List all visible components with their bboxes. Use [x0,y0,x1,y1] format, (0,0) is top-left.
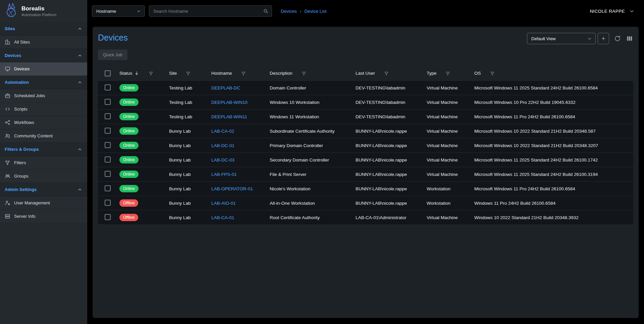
select-all-checkbox[interactable] [105,70,111,76]
add-view-button[interactable] [598,33,609,44]
type-cell: Virtual Machine [427,172,458,177]
status-badge: Online [119,171,139,178]
row-checkbox[interactable] [105,171,111,177]
sidebar-item-filters[interactable]: Filters [0,156,87,170]
quick-job-button[interactable]: Quick Job [98,50,127,60]
description-cell: Secondary Domain Controller [270,157,329,163]
site-cell: Bunny Lab [169,143,191,148]
column-header-last-user[interactable]: Last User [356,71,427,76]
filter-icon[interactable] [384,71,389,76]
sidebar-item-devices[interactable]: Devices [0,62,87,76]
hostname-link[interactable]: LAB-OPERATOR-01 [211,186,253,191]
sidebar-section-devices[interactable]: Devices [0,49,87,62]
row-menu-kebab-icon[interactable] [622,114,628,120]
row-checkbox[interactable] [105,200,111,206]
row-menu-kebab-icon[interactable] [622,186,628,192]
hostname-link[interactable]: LAB-AIO-01 [211,201,236,206]
sidebar: Borealis Automation Platform SitesAll Si… [0,0,87,324]
filter-icon[interactable] [186,71,191,76]
hostname-link[interactable]: LAB-CA-02 [211,129,234,134]
status-badge: Online [119,142,139,149]
column-header-description[interactable]: Description [270,71,356,76]
row-checkbox[interactable] [105,128,111,134]
user-name: NICOLE RAPPE [590,9,625,14]
hostname-filter-select[interactable]: Hostname [92,5,145,17]
filter-icon[interactable] [302,71,306,76]
sidebar-item-scheduled-jobs[interactable]: Scheduled Jobs [0,89,87,103]
column-header-type[interactable]: Type [427,71,474,76]
row-checkbox[interactable] [105,214,111,220]
lastuser-cell: BUNNY-LAB\nicole.rappe [356,129,407,134]
hostname-link[interactable]: DEEPLAB-WIN11 [211,114,247,119]
refresh-button[interactable] [614,35,621,42]
filter-icon[interactable] [241,71,246,76]
column-label: OS [474,71,481,76]
chevron-down-icon [629,8,635,14]
row-menu-kebab-icon[interactable] [622,99,628,105]
status-badge: Offline [119,199,138,207]
sidebar-item-label: Server Info [14,214,36,219]
row-checkbox[interactable] [105,142,111,148]
hostname-link[interactable]: LAB-CA-01 [211,215,234,220]
filter-icon[interactable] [490,71,495,76]
row-menu-kebab-icon[interactable] [622,142,628,148]
view-select[interactable]: Default View [527,33,596,44]
filter-icon[interactable] [149,71,153,76]
hostname-link[interactable]: LAB-DC-03 [211,157,234,163]
sidebar-item-scripts[interactable]: Scripts [0,103,87,116]
hostname-filter-value: Hostname [96,9,116,14]
hostname-link[interactable]: LAB-FPS-01 [211,172,237,177]
table-row: Online Bunny Lab LAB-DC-03 Secondary Dom… [98,153,633,167]
row-checkbox[interactable] [105,113,111,119]
sidebar-section-admin-settings[interactable]: Admin Settings [0,183,87,196]
hostname-link[interactable]: DEEPLAB-WIN10 [211,100,248,105]
row-checkbox[interactable] [105,156,111,163]
column-header-os[interactable]: OS [474,71,617,76]
sidebar-item-user-management[interactable]: User Management [0,196,87,210]
hostname-link[interactable]: DEEPLAB-DC [211,85,240,90]
sidebar-item-workflows[interactable]: Workflows [0,116,87,129]
breadcrumb-devices[interactable]: Devices [281,9,297,14]
column-header-status[interactable]: Status [119,70,169,76]
column-label: Status [119,71,132,76]
sidebar-item-community-content[interactable]: Community Content [0,129,87,143]
breadcrumb-device-list[interactable]: Device List [305,9,327,14]
status-badge: Online [119,156,139,164]
brand-name: Borealis [21,5,56,12]
column-label: Type [427,71,436,76]
site-cell: Testing Lab [169,100,192,105]
description-cell: Domain Controller [270,85,306,90]
search-input[interactable] [153,9,263,14]
user-menu[interactable]: NICOLE RAPPE [590,8,635,14]
column-header-hostname[interactable]: Hostname [211,71,270,76]
status-badge: Online [119,99,139,106]
filter-icon[interactable] [445,71,450,76]
row-checkbox[interactable] [105,99,111,105]
row-checkbox[interactable] [105,185,111,191]
columns-button[interactable] [626,35,633,42]
row-menu-kebab-icon[interactable] [622,200,628,206]
chevron-up-icon [77,187,83,192]
section-label: Sites [5,26,15,31]
row-menu-kebab-icon[interactable] [622,128,628,134]
sidebar-section-filters-groups[interactable]: Filters & Groups [0,143,87,156]
table-body: Online Testing Lab DEEPLAB-DC Domain Con… [98,81,633,225]
row-menu-kebab-icon[interactable] [622,85,628,91]
row-menu-kebab-icon[interactable] [622,214,628,220]
filter-funnel-icon [5,160,10,166]
hostname-link[interactable]: LAB-DC-01 [211,143,234,148]
row-menu-kebab-icon[interactable] [622,171,628,177]
row-checkbox[interactable] [105,84,111,90]
sidebar-item-groups[interactable]: Groups [0,170,87,183]
search-icon[interactable] [263,8,268,14]
sidebar-section-sites[interactable]: Sites [0,22,87,36]
sort-desc-icon[interactable] [134,70,140,76]
lastuser-cell: BUNNY-LAB\nicole.rappe [356,186,407,191]
brand-subtitle: Automation Platform [21,13,56,17]
sidebar-item-all-sites[interactable]: All Sites [0,36,87,49]
sidebar-section-automation[interactable]: Automation [0,76,87,89]
view-select-value: Default View [531,36,556,41]
sidebar-item-server-info[interactable]: Server Info [0,210,87,223]
column-header-site[interactable]: Site [169,71,211,76]
row-menu-kebab-icon[interactable] [622,157,628,163]
